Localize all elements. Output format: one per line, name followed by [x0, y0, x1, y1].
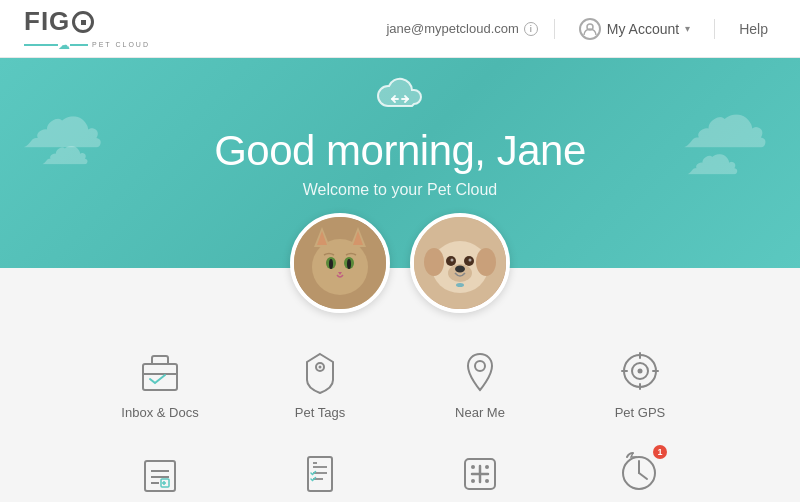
nav-veterinarians[interactable]: Veterinarians [400, 436, 560, 502]
header-right: jane@mypetcloud.com i My Account ▾ Help [386, 14, 776, 44]
pet-avatar-dog[interactable] [410, 213, 510, 313]
logo-text: FIG [24, 6, 70, 37]
account-icon [579, 18, 601, 40]
pet-tags-label: Pet Tags [295, 405, 345, 420]
svg-point-49 [471, 465, 475, 469]
logo-sub-text: PET CLOUD [92, 41, 150, 48]
svg-point-51 [471, 479, 475, 483]
pet-gps-label: Pet GPS [615, 405, 666, 420]
divider [554, 19, 555, 39]
nav-pet-gps[interactable]: Pet GPS [560, 333, 720, 428]
logo-line-left [24, 44, 58, 46]
pet-tags-icon [294, 345, 346, 397]
svg-point-21 [455, 266, 465, 273]
divider2 [714, 19, 715, 39]
svg-point-25 [319, 366, 322, 369]
svg-point-10 [347, 259, 351, 269]
hero-cloud-icon [376, 76, 424, 121]
cloud-icon: ☁ [58, 38, 70, 52]
nav-claims[interactable]: Claims [240, 436, 400, 502]
shots-badge: 1 [653, 445, 667, 459]
svg-point-19 [469, 259, 472, 262]
svg-line-55 [639, 473, 647, 479]
subtitle-text: Welcome to your Pet Cloud [303, 181, 497, 199]
deco-cloud-left-bottom: ☁ [40, 118, 90, 176]
nav-inbox-docs[interactable]: Inbox & Docs [80, 333, 240, 428]
logo: FIG ☁ PET CLOUD [24, 6, 150, 52]
shots-reminders-icon: 1 [614, 448, 666, 500]
icons-row-2: Insurance Claims [40, 436, 760, 502]
my-account-button[interactable]: My Account ▾ [571, 14, 698, 44]
svg-rect-23 [143, 364, 177, 390]
pet-gps-icon [614, 345, 666, 397]
svg-point-29 [638, 369, 643, 374]
near-me-icon [454, 345, 506, 397]
insurance-icon [134, 448, 186, 500]
svg-point-18 [451, 259, 454, 262]
veterinarians-icon [454, 448, 506, 500]
svg-point-52 [485, 479, 489, 483]
svg-point-14 [424, 248, 444, 276]
svg-point-50 [485, 465, 489, 469]
user-email: jane@mypetcloud.com [386, 21, 518, 36]
logo-line-right [70, 44, 88, 46]
my-account-label: My Account [607, 21, 679, 37]
icons-grid: Inbox & Docs Pet Tags Near Me [0, 313, 800, 502]
svg-point-2 [312, 239, 368, 295]
pets-row [0, 213, 800, 313]
chevron-down-icon: ▾ [685, 23, 690, 34]
near-me-label: Near Me [455, 405, 505, 420]
logo-bottom: ☁ PET CLOUD [24, 38, 150, 52]
help-link[interactable]: Help [731, 17, 776, 41]
greeting-text: Good morning, Jane [214, 127, 586, 175]
deco-cloud-right-bottom: ☁ [685, 123, 740, 187]
icons-row-1: Inbox & Docs Pet Tags Near Me [40, 333, 760, 428]
svg-point-26 [475, 361, 485, 371]
logo-o-dot [81, 20, 86, 25]
info-icon[interactable]: i [524, 22, 538, 36]
nav-near-me[interactable]: Near Me [400, 333, 560, 428]
inbox-docs-icon [134, 345, 186, 397]
header: FIG ☁ PET CLOUD jane@mypetcloud.com i [0, 0, 800, 58]
nav-pet-tags[interactable]: Pet Tags [240, 333, 400, 428]
svg-point-9 [329, 259, 333, 269]
badge-container: 1 [615, 447, 665, 501]
logo-o [72, 11, 94, 33]
nav-shots-reminders[interactable]: 1 Shots & Reminders [560, 436, 720, 502]
svg-point-22 [456, 283, 464, 287]
inbox-docs-label: Inbox & Docs [121, 405, 198, 420]
nav-insurance[interactable]: Insurance [80, 436, 240, 502]
email-area: jane@mypetcloud.com i [386, 21, 537, 36]
svg-point-15 [476, 248, 496, 276]
pet-avatar-cat[interactable] [290, 213, 390, 313]
claims-icon [294, 448, 346, 500]
